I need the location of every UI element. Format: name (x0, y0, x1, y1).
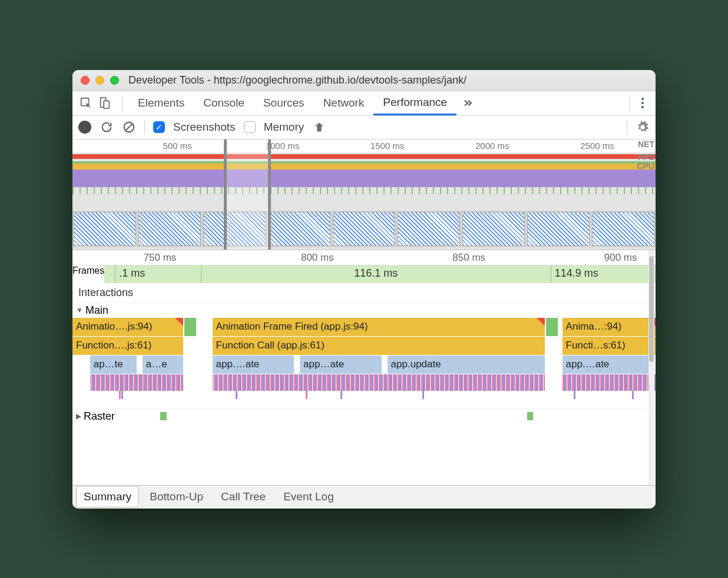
detail-tabs: Summary Bottom-Up Call Tree Event Log (72, 485, 656, 509)
svg-rect-2 (104, 101, 109, 108)
frames-track[interactable]: Frames .1 ms 116.1 ms 114.9 ms (72, 265, 656, 283)
ruler-tick: 2000 ms (475, 141, 509, 151)
tab-call-tree[interactable]: Call Tree (214, 487, 273, 507)
raster-header[interactable]: ▶ Raster (72, 408, 656, 424)
screenshot-thumb[interactable] (592, 212, 654, 246)
screenshot-thumb[interactable] (398, 212, 460, 246)
flame-app-update[interactable]: app.update (388, 356, 545, 374)
more-tabs-icon[interactable] (460, 95, 475, 111)
raster-label: Raster (84, 410, 115, 423)
frame-segment[interactable]: 116.1 ms (201, 265, 551, 283)
divider (627, 120, 627, 134)
overview-selection-handle[interactable] (224, 139, 270, 250)
traffic-lights (81, 76, 119, 85)
flame-row: Function….js:61) Function Call (app.js:6… (72, 337, 656, 356)
detail-ruler: 750 ms 800 ms 850 ms 900 ms (72, 250, 656, 265)
tab-event-log[interactable]: Event Log (276, 487, 341, 507)
window-title: Developer Tools - https://googlechrome.g… (128, 74, 466, 87)
record-button[interactable] (78, 121, 91, 134)
chevron-down-icon: ▼ (76, 306, 83, 314)
memory-checkbox[interactable] (244, 121, 256, 133)
vertical-scrollbar[interactable] (648, 250, 654, 485)
divider (144, 120, 145, 134)
frame-segment[interactable]: 114.9 ms (551, 265, 656, 283)
flame-app-update[interactable]: app.…ate (213, 356, 294, 374)
main-label: Main (85, 304, 108, 317)
flame-animation-frame[interactable]: Anima…:94) (562, 318, 656, 336)
ruler-tick: 500 ms (163, 141, 192, 151)
tab-bottom-up[interactable]: Bottom-Up (143, 487, 210, 507)
cpu-label: CPU (637, 161, 654, 171)
panel-tabbar: Elements Console Sources Network Perform… (72, 91, 656, 116)
screenshot-thumb[interactable] (268, 212, 330, 246)
screenshot-thumb[interactable] (138, 212, 201, 246)
fps-lane: FPS (72, 152, 656, 161)
ruler-tick: 2500 ms (580, 141, 614, 151)
net-lane: NET (72, 194, 656, 211)
flame-app-update[interactable]: app…ate (300, 356, 382, 374)
main-header[interactable]: ▼ Main (72, 303, 656, 318)
gear-icon[interactable] (636, 120, 650, 134)
settings-menu-icon[interactable] (636, 98, 650, 108)
tab-console[interactable]: Console (194, 91, 254, 115)
ruler-tick: 1500 ms (370, 141, 405, 151)
inspect-icon[interactable] (78, 95, 94, 111)
fps-label: FPS (638, 152, 654, 162)
tab-elements[interactable]: Elements (128, 91, 194, 115)
flame-event[interactable] (546, 318, 558, 336)
maximize-icon[interactable] (110, 76, 119, 85)
flame-app-update[interactable]: a…e (143, 356, 183, 374)
flame-animation-frame[interactable]: Animation Frame Fired (app.js:94) (213, 318, 545, 336)
screenshot-strip (72, 211, 656, 247)
screenshot-thumb[interactable] (333, 212, 395, 246)
screenshot-thumb[interactable] (527, 212, 590, 246)
divider (122, 95, 123, 111)
net-label: NET (638, 139, 654, 149)
main-track: ▼ Main Animatio….js:94) Animation Frame … (72, 303, 656, 424)
screenshots-checkbox[interactable]: ✓ (153, 121, 165, 133)
flame-app-update[interactable]: ap…te (90, 356, 137, 374)
clear-icon[interactable] (122, 120, 136, 134)
overview-ruler: 500 ms 1000 ms 1500 ms 2000 ms 2500 ms (72, 139, 656, 152)
trash-icon[interactable] (312, 120, 326, 134)
flame-row: ap…te a…e app.…ate app…ate app.update ap… (72, 356, 656, 374)
device-toggle-icon[interactable] (97, 95, 112, 111)
flame-app-update[interactable]: app.…ate (562, 356, 650, 374)
performance-toolbar: ✓ Screenshots Memory (72, 116, 656, 139)
cpu-lane: CPU (72, 161, 656, 194)
raster-tick (160, 412, 167, 420)
interactions-track[interactable]: Interactions (72, 283, 656, 303)
close-icon[interactable] (81, 76, 90, 85)
screenshot-thumb[interactable] (462, 212, 525, 246)
flame-function-call[interactable]: Function….js:61) (72, 337, 183, 355)
reload-icon[interactable] (100, 120, 114, 134)
timeline-overview[interactable]: 500 ms 1000 ms 1500 ms 2000 ms 2500 ms F… (72, 139, 656, 250)
ruler-tick: 750 ms (144, 252, 177, 264)
flame-event[interactable] (184, 318, 196, 336)
titlebar[interactable]: Developer Tools - https://googlechrome.g… (72, 70, 656, 91)
screenshots-label: Screenshots (173, 121, 236, 134)
ruler-tick: 800 ms (301, 252, 334, 264)
flame-function-call[interactable]: Functi…s:61) (562, 337, 656, 355)
screenshot-thumb[interactable] (74, 212, 136, 246)
minimize-icon[interactable] (95, 76, 104, 85)
frame-segment[interactable]: .1 ms (115, 265, 148, 283)
ruler-tick: 900 ms (604, 252, 637, 264)
raster-tick (527, 412, 533, 420)
flame-animation-frame[interactable]: Animatio….js:94) (72, 318, 183, 336)
tab-network[interactable]: Network (314, 91, 374, 115)
tab-performance[interactable]: Performance (373, 91, 456, 115)
flame-function-call[interactable]: Function Call (app.js:61) (213, 337, 545, 355)
flame-layout-stripe[interactable] (72, 374, 656, 391)
tab-sources[interactable]: Sources (254, 91, 314, 115)
memory-label: Memory (264, 121, 305, 134)
flame-sparse-row (72, 391, 656, 408)
scrollbar-thumb[interactable] (649, 256, 654, 362)
ruler-tick: 850 ms (452, 252, 485, 264)
frames-label: Frames (72, 265, 104, 283)
interactions-label: Interactions (72, 284, 139, 301)
chevron-right-icon: ▶ (76, 412, 81, 420)
tab-summary[interactable]: Summary (76, 486, 139, 507)
flame-row: Animatio….js:94) Animation Frame Fired (… (72, 318, 656, 337)
devtools-window: Developer Tools - https://googlechrome.g… (72, 70, 656, 509)
